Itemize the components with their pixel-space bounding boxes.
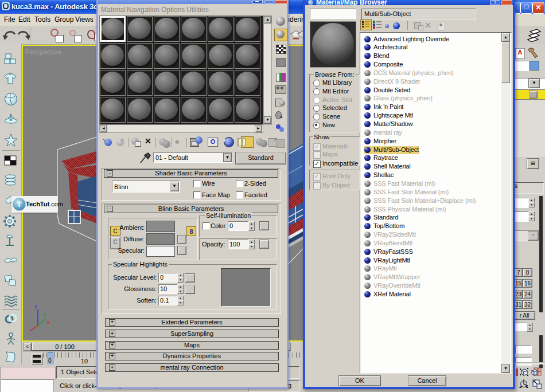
svg-text:y: y bbox=[43, 311, 46, 317]
svg-text:x: x bbox=[47, 319, 50, 326]
svg-text:z: z bbox=[34, 303, 37, 309]
